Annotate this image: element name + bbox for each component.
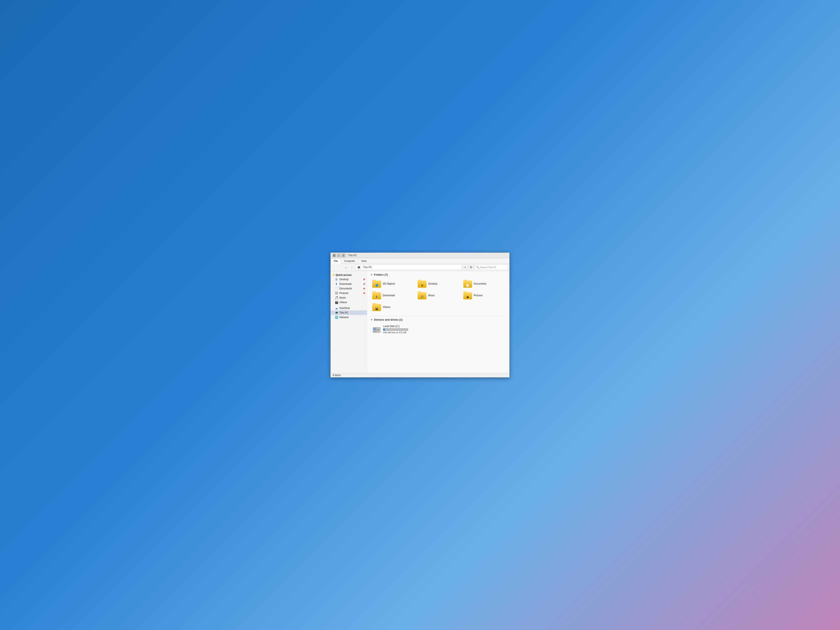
folder-3d-objects[interactable]: 🔷 3D Objects — [370, 278, 415, 289]
drive-c-bar-wrap — [383, 328, 408, 331]
pin-icon-downloads: 📌 — [363, 283, 365, 285]
sidebar-item-thispc[interactable]: 💻 This PC — [331, 310, 367, 315]
sidebar-item-onedrive[interactable]: ☁ OneDrive — [331, 306, 367, 310]
sidebar-documents-label: Documents — [339, 287, 352, 290]
drive-c-free: 449 GB free of 476 GB — [383, 331, 504, 334]
sidebar-pictures-label: Pictures — [339, 292, 348, 295]
sidebar-item-music[interactable]: 🎵 Music — [331, 295, 367, 300]
path-arrow: › — [362, 266, 362, 269]
title-bar-icons: 🖼 ✓ ☰ | — [332, 254, 347, 257]
search-icon: 🔍 — [476, 266, 479, 269]
folder-3d-objects-icon: 🔷 — [372, 280, 381, 288]
status-items-count: 8 items — [333, 374, 341, 377]
drive-c-icon — [372, 325, 381, 333]
folder-videos[interactable]: 🎬 Videos — [370, 302, 415, 313]
documents-folder-icon: 📄 — [335, 287, 338, 290]
ribbon-tabs: File Computer View — [331, 258, 509, 264]
folder-pictures-label: Pictures — [474, 294, 483, 297]
folder-3d-objects-label: 3D Objects — [383, 282, 395, 285]
network-icon: 🌐 — [335, 316, 338, 319]
folder-desktop-icon: 🖥 — [418, 280, 426, 288]
tab-file[interactable]: File — [331, 258, 341, 264]
quick-access-label: Quick access — [336, 273, 352, 276]
sidebar-videos-label: Videos — [339, 301, 347, 304]
svg-rect-1 — [373, 327, 377, 333]
folder-pictures-icon: 🏔 — [463, 292, 472, 299]
devices-section-label: Devices and drives (1) — [374, 318, 403, 321]
title-bar: 🖼 ✓ ☰ | This PC — [331, 253, 509, 258]
sidebar-item-videos[interactable]: 🎬 Videos — [331, 300, 367, 305]
search-placeholder: Search This PC — [480, 266, 496, 268]
downloads-folder-icon: ⬇ — [335, 282, 338, 286]
music-folder-icon: 🎵 — [335, 296, 338, 299]
drive-c[interactable]: Local Disk (C:) 449 GB free of 476 GB — [370, 323, 506, 335]
sidebar-onedrive-label: OneDrive — [339, 307, 350, 309]
thispc-icon: 💻 — [335, 311, 338, 314]
tab-computer[interactable]: Computer — [341, 258, 358, 264]
drive-c-name: Local Disk (C:) — [383, 325, 504, 328]
back-button[interactable]: ← — [332, 265, 337, 270]
folder-music[interactable]: 🎵 Music — [416, 290, 460, 301]
quick-access-toolbar-icon2[interactable]: ✓ — [337, 254, 341, 257]
folders-chevron: ▼ — [370, 273, 373, 276]
pin-icon-pictures: 📌 — [363, 292, 365, 294]
folders-section-label: Folders (7) — [374, 273, 388, 276]
folder-documents[interactable]: 📄 Documents — [461, 278, 506, 289]
sidebar-item-network[interactable]: 🌐 Network — [331, 315, 367, 320]
quick-access-toolbar-icon3[interactable]: ☰ — [341, 254, 345, 257]
star-icon: ★ — [332, 273, 335, 276]
drives-section: Local Disk (C:) 449 GB free of 476 GB — [370, 323, 506, 335]
drive-c-info: Local Disk (C:) 449 GB free of 476 GB — [383, 325, 504, 334]
sidebar-item-pictures[interactable]: 🖼 Pictures 📌 — [331, 291, 367, 295]
folders-section-header[interactable]: ▼ Folders (7) — [370, 273, 506, 276]
folder-documents-icon: 📄 — [463, 280, 472, 288]
forward-button[interactable]: → — [338, 265, 343, 270]
devices-section-header[interactable]: ▼ Devices and drives (1) — [370, 318, 506, 321]
refresh-button[interactable]: ↻ — [469, 265, 474, 270]
folder-downloads-icon: ⬇ — [372, 292, 381, 299]
path-location: This PC — [363, 266, 372, 269]
drive-c-bar-fill — [383, 328, 385, 331]
main-area: ★ Quick access 🖥 Desktop 📌 ⬇ Downloads 📌… — [331, 271, 509, 373]
videos-folder-icon: 🎬 — [335, 301, 338, 304]
onedrive-icon: ☁ — [335, 306, 338, 310]
title-bar-separator: | — [346, 254, 347, 257]
folder-downloads-label: Downloads — [383, 294, 395, 297]
content-panel: ▼ Folders (7) 🔷 3D Objects — [367, 271, 509, 373]
address-dropdown-button[interactable]: ▼ — [463, 265, 468, 270]
pin-icon-documents: 📌 — [363, 287, 365, 290]
folders-grid: 🔷 3D Objects 🖥 Desktop — [370, 278, 506, 313]
sidebar-thispc-label: This PC — [339, 311, 348, 314]
status-bar: 8 items — [331, 373, 509, 377]
quick-access-toolbar-icon1[interactable]: 🖼 — [332, 254, 336, 257]
folder-downloads[interactable]: ⬇ Downloads — [370, 290, 415, 301]
sidebar-desktop-label: Desktop — [339, 278, 349, 281]
address-path-box[interactable]: 💻 › This PC — [355, 265, 462, 270]
sidebar-network-label: Network — [339, 316, 349, 319]
desktop-folder-icon: 🖥 — [335, 278, 338, 281]
folder-music-label: Music — [428, 294, 434, 297]
ribbon: File Computer View — [331, 258, 509, 264]
quick-access-header[interactable]: ★ Quick access — [331, 273, 367, 277]
folder-music-icon: 🎵 — [418, 292, 426, 299]
folder-desktop-label: Desktop — [428, 282, 437, 285]
window-title: This PC — [348, 254, 357, 257]
svg-rect-5 — [377, 329, 380, 330]
explorer-window: 🖼 ✓ ☰ | This PC File Computer View ← → ⌄… — [330, 253, 510, 377]
pictures-folder-icon: 🖼 — [335, 292, 338, 295]
search-box[interactable]: 🔍 Search This PC — [475, 265, 508, 270]
path-computer-icon: 💻 — [357, 265, 361, 269]
sidebar-item-downloads[interactable]: ⬇ Downloads 📌 — [331, 282, 367, 286]
up-button[interactable]: ↑ — [349, 265, 354, 270]
pin-icon-desktop: 📌 — [363, 278, 365, 281]
sidebar: ★ Quick access 🖥 Desktop 📌 ⬇ Downloads 📌… — [331, 271, 367, 373]
folder-videos-label: Videos — [383, 306, 390, 308]
sidebar-item-desktop[interactable]: 🖥 Desktop 📌 — [331, 277, 367, 282]
folder-documents-label: Documents — [474, 282, 486, 285]
sidebar-item-documents[interactable]: 📄 Documents 📌 — [331, 286, 367, 291]
tab-view[interactable]: View — [358, 258, 370, 264]
sidebar-downloads-label: Downloads — [339, 283, 352, 286]
folder-pictures[interactable]: 🏔 Pictures — [461, 290, 506, 301]
folder-desktop[interactable]: 🖥 Desktop — [416, 278, 460, 289]
recent-dropdown-button[interactable]: ⌄ — [344, 265, 349, 270]
